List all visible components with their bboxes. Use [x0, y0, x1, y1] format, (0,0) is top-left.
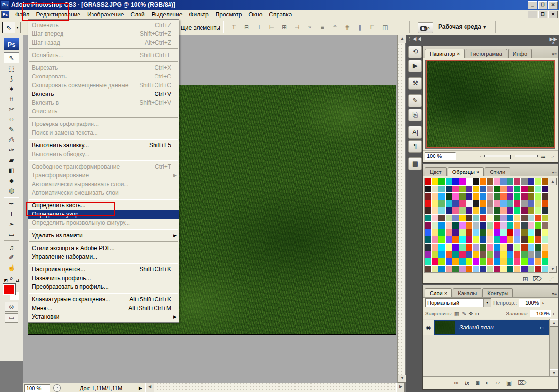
swatch[interactable]	[494, 186, 500, 192]
layers-panel-buttons[interactable]: −×	[547, 280, 556, 285]
tool-preset-dropdown-icon[interactable]: ▾	[15, 22, 21, 33]
swatch[interactable]	[473, 251, 479, 258]
scroll-right-icon[interactable]: ▶	[396, 383, 405, 392]
minimize-panel-icon[interactable]: −	[547, 158, 552, 164]
swatch[interactable]	[542, 215, 548, 221]
distribute-top-edges-icon[interactable]: ≖	[304, 23, 315, 31]
menubar-item-Слой[interactable]: Слой	[127, 10, 148, 19]
tab-Гистограмма[interactable]: Гистограмма	[466, 49, 507, 58]
swatch[interactable]	[528, 236, 534, 243]
swatch[interactable]	[452, 266, 459, 272]
swatch[interactable]	[507, 200, 513, 207]
swatch[interactable]	[507, 193, 513, 200]
menu-item-Выполнить заливку...[interactable]: Выполнить заливку...Shift+F5	[28, 141, 179, 150]
swatch[interactable]	[480, 222, 486, 229]
status-zoom-field[interactable]: 100 %	[24, 384, 50, 392]
swatch[interactable]	[487, 258, 493, 265]
align-bottom-edges-icon[interactable]: ⊥	[254, 23, 264, 31]
swatch[interactable]	[480, 186, 486, 192]
swatch[interactable]	[432, 200, 438, 207]
swatch[interactable]	[542, 186, 548, 192]
swatch[interactable]	[542, 258, 548, 265]
horizontal-scrollbar[interactable]: ◀ ▶	[145, 383, 405, 392]
align-right-edges-icon[interactable]: ⊣	[292, 23, 302, 31]
swatch[interactable]	[535, 258, 541, 265]
swatch[interactable]	[487, 207, 493, 214]
menu-item-Определить узор...[interactable]: Определить узор...	[28, 210, 179, 219]
brushes-panel-icon[interactable]: ✎	[408, 94, 422, 107]
swatch[interactable]	[432, 244, 438, 251]
swatch[interactable]	[514, 244, 520, 251]
swatch[interactable]	[514, 266, 520, 272]
swatch[interactable]	[452, 200, 459, 207]
align-vertical-centers-icon[interactable]: ⊟	[241, 23, 252, 31]
swatch[interactable]	[425, 200, 431, 207]
swatch[interactable]	[473, 244, 479, 251]
swatch[interactable]	[459, 251, 466, 258]
swatch[interactable]	[459, 200, 466, 207]
scroll-up-icon[interactable]: ▲	[549, 178, 557, 185]
swatch[interactable]	[500, 258, 507, 265]
scroll-left-icon[interactable]: ◀	[145, 383, 154, 392]
menu-item-Настройка цветов...[interactable]: Настройка цветов...Shift+Ctrl+K	[28, 265, 179, 274]
swatch[interactable]	[514, 229, 520, 236]
swatch[interactable]	[446, 222, 452, 229]
swatch[interactable]	[466, 200, 472, 207]
swatch[interactable]	[446, 244, 452, 251]
fill-field[interactable]: 100%	[530, 310, 551, 317]
current-tool-preview[interactable]: ⇖ ▾	[2, 22, 21, 33]
swatch[interactable]	[535, 178, 541, 185]
zoom-slider-thumb[interactable]	[510, 153, 515, 159]
menubar-item-Выделение[interactable]: Выделение	[148, 10, 186, 19]
swatch[interactable]	[446, 193, 452, 200]
swatch[interactable]	[500, 215, 507, 221]
menu-item-Управление наборами...[interactable]: Управление наборами...	[28, 252, 179, 261]
magic-wand-tool[interactable]: ✶	[4, 84, 19, 94]
swatch[interactable]	[446, 215, 452, 221]
trash-icon[interactable]: ⌦	[533, 275, 542, 282]
swatch[interactable]	[542, 236, 548, 243]
menubar-item-Изображение[interactable]: Изображение	[84, 10, 127, 19]
swatch[interactable]	[521, 215, 527, 221]
swatch[interactable]	[473, 229, 479, 236]
swatch[interactable]	[459, 186, 466, 192]
swatch[interactable]	[473, 207, 479, 214]
swatch[interactable]	[507, 251, 513, 258]
swatch[interactable]	[425, 244, 431, 251]
swatch[interactable]	[500, 251, 507, 258]
swatch[interactable]	[514, 193, 520, 200]
swatch[interactable]	[452, 244, 459, 251]
pen-tool[interactable]: ✒	[4, 199, 19, 209]
close-button[interactable]: ✕	[548, 11, 558, 18]
panel-menu-icon[interactable]: ▾≡	[552, 52, 557, 56]
swatch[interactable]	[473, 266, 479, 272]
swatch[interactable]	[542, 200, 548, 207]
eyedropper-tool[interactable]: ✐	[4, 252, 19, 263]
restore-button[interactable]: ❐	[538, 1, 547, 9]
swatch[interactable]	[459, 222, 466, 229]
swatch[interactable]	[528, 244, 534, 251]
quick-mask-button[interactable]: ◎	[5, 302, 18, 312]
swatch[interactable]	[521, 258, 527, 265]
swatch[interactable]	[535, 229, 541, 236]
swatch[interactable]	[487, 229, 493, 236]
menu-item-Вклеить[interactable]: ВклеитьCtrl+V	[28, 90, 179, 98]
swatch[interactable]	[507, 236, 513, 243]
go-to-bridge-button[interactable]: Br⌕	[418, 22, 433, 33]
chevron-down-icon[interactable]: ▾	[483, 299, 491, 307]
swatch[interactable]	[542, 207, 548, 214]
swatch[interactable]	[446, 207, 452, 214]
swatch[interactable]	[432, 207, 438, 214]
swatch[interactable]	[438, 200, 445, 207]
photoshop-logo[interactable]: Ps	[4, 38, 19, 50]
distribute-vertical-centers-icon[interactable]: ≡	[317, 23, 327, 31]
swatch[interactable]	[514, 258, 520, 265]
eraser-tool[interactable]: ▰	[4, 155, 19, 165]
layer-thumbnail[interactable]	[435, 321, 455, 334]
swatch[interactable]	[528, 229, 534, 236]
swatch[interactable]	[432, 229, 438, 236]
swatch[interactable]	[487, 200, 493, 207]
type-tool[interactable]: T	[4, 209, 19, 219]
swatch[interactable]	[466, 266, 472, 272]
swatch[interactable]	[452, 222, 459, 229]
